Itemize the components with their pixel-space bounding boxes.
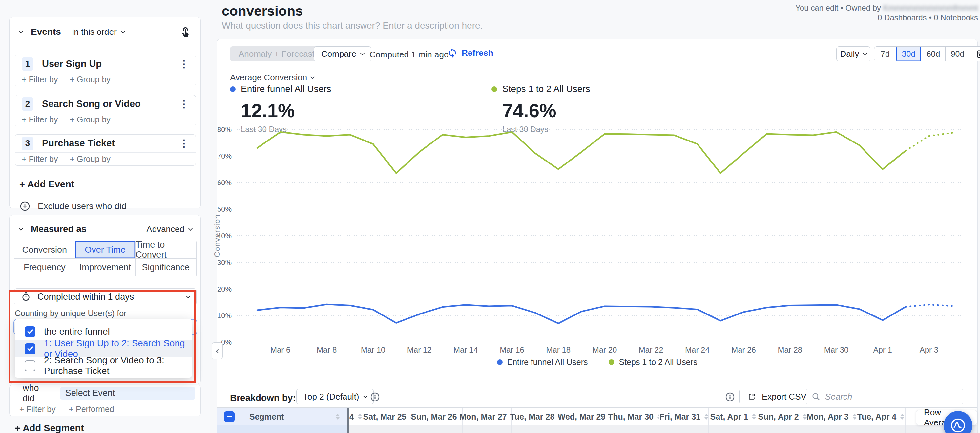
breakdown-selector-dropdown[interactable]: Top 2 (Default) [296,389,374,404]
table-header-cell[interactable]: Tue, Mar 28 [511,408,561,425]
compare-dropdown[interactable]: Compare [313,46,371,61]
kebab-menu-icon[interactable]: ⋮ [179,58,189,70]
table-header-cell[interactable]: Fri, Mar 24 [349,408,364,425]
interactive-select-icon[interactable] [180,25,192,38]
group-by-button[interactable]: + Group by [70,154,110,164]
sort-down-arrow [900,417,904,420]
date-range-calendar-dropdown[interactable] [969,46,980,61]
measured-collapse-icon[interactable] [19,226,23,231]
chart-scroll-left-button[interactable] [212,342,223,360]
event-order-dropdown[interactable]: in this order [72,27,124,37]
sort-icon[interactable] [336,414,340,420]
kebab-menu-icon[interactable]: ⋮ [179,98,189,110]
table-header-cell[interactable]: Wed, Mar 29 [561,408,610,425]
kebab-menu-icon[interactable]: ⋮ [179,138,189,149]
sort-down-arrow [803,417,807,420]
svg-text:Mar 26: Mar 26 [731,345,756,354]
sort-down-arrow [336,417,340,420]
info-icon[interactable] [725,392,735,402]
sort-icon[interactable] [705,414,708,420]
sort-up-arrow [900,414,904,416]
filter-by-button[interactable]: + Filter by [22,115,58,124]
sort-icon[interactable] [358,414,362,420]
table-header-cell[interactable]: Sun, Mar 26 [413,408,462,425]
svg-text:Apr 1: Apr 1 [873,345,892,354]
event-actions-row: + Filter by+ Group by [15,73,196,86]
table-header-cell[interactable] [217,408,242,425]
table-header-cell[interactable]: Thu, Mar 30 [610,408,659,425]
table-header-cell[interactable]: Mon, Apr 3 [807,408,856,425]
metric-selector-dropdown[interactable]: Average Conversion [230,73,314,83]
permissions-meta: You can edit • Owned by Kmmmmmmmmmmfmmmt [795,3,978,13]
table-row-cell [217,425,242,433]
table-header-cell[interactable]: Sat, Apr 1 [708,408,757,425]
advanced-dropdown[interactable]: Advanced [146,224,192,234]
segment-filter-by-button[interactable]: + Filter by [19,404,56,414]
date-column-label: Fri, Mar 31 [659,412,700,422]
sort-icon[interactable] [900,414,904,420]
add-event-button[interactable]: + Add Event [19,179,74,190]
select-all-checkbox-indeterminate[interactable] [224,411,235,422]
event-title-row[interactable]: 3Purchase Ticket⋮ [15,135,196,153]
chart-description-placeholder[interactable]: What question does this chart answer? En… [222,20,483,31]
date-column-label: Thu, Mar 30 [608,412,654,422]
clipped-column-content: Fri, Mar 24 [349,412,362,422]
table-row-cell [856,425,905,433]
exclude-users-button[interactable]: Exclude users who did [19,201,126,212]
svg-text:Mar 20: Mar 20 [593,345,617,354]
select-event-field[interactable]: Select Event [60,387,195,400]
svg-text:30%: 30% [217,258,232,267]
tab-improvement[interactable]: Improvement [75,259,136,276]
sort-up-arrow [803,414,807,416]
tab-conversion[interactable]: Conversion [14,241,75,259]
table-header-cell[interactable]: Mon, Mar 27 [462,408,511,425]
info-icon[interactable] [370,392,380,402]
events-panel-title: Events [31,27,61,37]
table-header-cell[interactable]: Sat, Mar 25 [364,408,413,425]
event-title-row[interactable]: 1User Sign Up⋮ [15,55,196,73]
table-header-cell[interactable]: Fri, Mar 31 [659,408,708,425]
conversion-chart[interactable]: 0%10%20%30%40%50%60%70%80%ConversionMar … [210,121,980,371]
export-csv-button[interactable]: Export CSV [739,389,814,404]
search-input[interactable] [825,392,958,402]
circled-plus-icon [19,201,30,212]
calendar-icon [976,49,980,59]
range-7d[interactable]: 7d [874,46,896,61]
event-step-badge: 3 [22,137,33,150]
tab-significance[interactable]: Significance [135,259,196,276]
filter-by-button[interactable]: + Filter by [22,75,58,84]
sort-down-arrow [358,417,362,420]
series-dot [492,86,497,92]
owner-name-redacted: Kmmmmmmmmmmfmmmt [883,3,978,12]
event-title-row[interactable]: 2Search Song or Video⋮ [15,95,196,113]
table-header-cell[interactable]: Segment [242,408,347,425]
refresh-button[interactable]: Refresh [447,48,493,58]
range-90d[interactable]: 90d [945,46,969,61]
granularity-dropdown[interactable]: Daily [836,46,870,61]
range-30d[interactable]: 30d [896,46,921,61]
search-icon [811,392,821,401]
filter-by-button[interactable]: + Filter by [22,154,58,164]
group-by-button[interactable]: + Group by [70,115,110,124]
sort-up-arrow [358,414,362,416]
sort-icon[interactable] [803,414,807,420]
svg-text:70%: 70% [217,152,232,160]
segment-performed-button[interactable]: + Performed [68,404,114,414]
tab-over-time[interactable]: Over Time [75,241,136,259]
table-row-cell [659,425,708,433]
chevron-down-icon [363,394,368,398]
table-header-cell[interactable]: Sun, Apr 2 [757,408,807,425]
sort-icon[interactable] [752,414,756,420]
add-segment-button[interactable]: + Add Segment [15,423,84,433]
event-block: 3Purchase Ticket⋮+ Filter by+ Group by [15,134,196,166]
tab-time-to-convert[interactable]: Time to Convert [135,241,196,259]
table-row-cell [364,425,413,433]
table-header-cell[interactable]: Tue, Apr 4 [856,408,905,425]
events-collapse-icon[interactable] [19,29,23,33]
group-by-button[interactable]: + Group by [70,75,110,84]
date-column-label: Wed, Mar 29 [558,412,605,422]
chart-title[interactable]: conversions [222,3,303,19]
range-60d[interactable]: 60d [921,46,945,61]
date-column-label: Sun, Apr 2 [758,412,799,422]
tab-frequency[interactable]: Frequency [14,259,75,276]
